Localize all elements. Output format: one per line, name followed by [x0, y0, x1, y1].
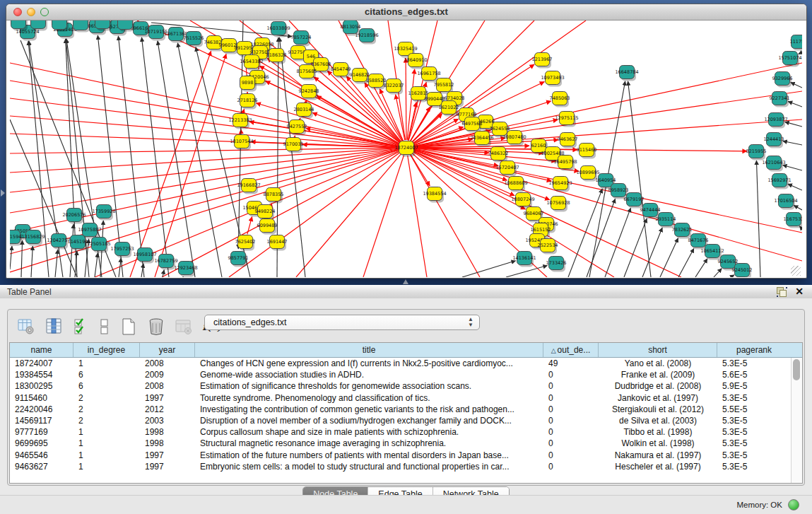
graph-canvas[interactable]: 1872400714055724206914061065326715276026…	[10, 21, 802, 277]
graph-node[interactable]: 7486322	[488, 147, 509, 163]
graph-node[interactable]: 9498224	[255, 205, 276, 221]
graph-edge[interactable]	[10, 134, 399, 148]
column-header-name[interactable]: name	[10, 343, 73, 357]
clear-selection-icon[interactable]	[99, 317, 110, 337]
column-header-pagerank[interactable]: pagerank	[717, 343, 791, 357]
graph-edge[interactable]	[791, 82, 802, 88]
graph-node[interactable]: 17957253	[110, 243, 134, 258]
graph-node[interactable]: 17016504	[774, 194, 797, 210]
graph-node[interactable]: 17359928	[92, 205, 115, 221]
graph-node[interactable]: 10688609	[504, 177, 527, 192]
column-header-title[interactable]: title	[195, 343, 543, 357]
graph-node[interactable]: 1213967	[532, 53, 553, 69]
graph-node[interactable]	[11, 21, 28, 31]
graph-edge[interactable]	[756, 160, 760, 277]
graph-edge[interactable]	[162, 151, 399, 277]
graph-node[interactable]: 8454749	[331, 63, 351, 78]
graph-edge[interactable]	[306, 100, 307, 103]
graph-node[interactable]: 8322037	[384, 79, 404, 95]
column-header-in_degree[interactable]: in_degree	[73, 343, 140, 357]
graph-node[interactable]: 9463627	[558, 133, 578, 148]
graph-node[interactable]: 9857791	[228, 252, 249, 267]
graph-edge[interactable]	[731, 275, 734, 277]
graph-edge[interactable]	[411, 154, 430, 186]
table-row[interactable]: 1938455462009Genome-wide association stu…	[10, 369, 791, 380]
graph-node[interactable]: 12093877	[764, 113, 787, 129]
graph-edge[interactable]	[794, 205, 802, 210]
graph-node[interactable]: 7485063	[550, 92, 570, 107]
graph-node[interactable]: 14136141	[512, 252, 536, 267]
graph-edge[interactable]	[247, 217, 252, 235]
window-resize-grip[interactable]	[791, 266, 801, 276]
graph-node[interactable]: 18107544	[230, 135, 253, 151]
graph-node[interactable]: 9329966	[772, 72, 793, 88]
graph-node[interactable]: 9898	[240, 76, 257, 92]
graph-node[interactable]: 9245012	[732, 264, 753, 278]
graph-edge[interactable]	[628, 81, 651, 277]
graph-node[interactable]: 10756928	[546, 197, 570, 212]
graph-edge[interactable]	[783, 165, 802, 170]
graph-edge[interactable]	[783, 141, 802, 145]
graph-edge[interactable]	[414, 150, 802, 261]
graph-node[interactable]: 9115460	[577, 144, 597, 159]
graph-edge[interactable]	[118, 36, 144, 277]
column-header-out_de[interactable]: △out_de...	[543, 343, 599, 357]
graph-node[interactable]: 6679197	[624, 193, 645, 209]
graph-node[interactable]: 18807249	[511, 193, 534, 209]
graph-node[interactable]: 1733426	[546, 257, 567, 272]
graph-edge[interactable]	[10, 116, 399, 147]
graph-node[interactable]: 2718126	[237, 94, 258, 110]
graph-node[interactable]: 391594	[10, 230, 22, 246]
graph-node[interactable]: 6099489	[257, 219, 278, 235]
column-header-short[interactable]: short	[599, 343, 717, 357]
graph-node[interactable]: 9170031	[283, 138, 304, 153]
window-titlebar[interactable]: citations_edges.txt	[6, 4, 806, 21]
table-row[interactable]: 1830029562008Estimation of significance …	[10, 380, 791, 392]
graph-edge[interactable]	[624, 218, 647, 277]
graph-edge[interactable]	[785, 122, 802, 127]
graph-edge[interactable]	[243, 109, 245, 112]
table-row[interactable]: 1456911722003Disruption of a novel membe…	[10, 415, 791, 426]
network-window[interactable]: citations_edges.txt 18724007140557242069…	[6, 4, 807, 279]
graph-edge[interactable]	[10, 246, 12, 269]
graph-edge[interactable]	[300, 118, 300, 119]
graph-edge[interactable]	[119, 258, 121, 277]
table-row[interactable]: 1872400712008Changes of HCN gene express…	[10, 358, 791, 369]
graph-node[interactable]: 12213383	[228, 114, 252, 129]
delete-table-icon[interactable]	[146, 317, 165, 337]
graph-edge[interactable]	[462, 261, 516, 277]
graph-node[interactable]: 9227341	[770, 92, 790, 107]
graph-edge[interactable]	[296, 153, 401, 277]
graph-node[interactable]: 8215955	[746, 145, 767, 160]
graph-edge[interactable]	[406, 58, 406, 140]
graph-node[interactable]: 15751074	[778, 52, 801, 67]
graph-edge[interactable]	[714, 269, 722, 277]
graph-edge[interactable]	[31, 246, 33, 277]
splitter-handle-icon[interactable]	[403, 279, 408, 284]
graph-node[interactable]: 12975115	[555, 112, 578, 127]
graph-node[interactable]	[95, 21, 112, 31]
graph-node[interactable]: 8175685	[297, 65, 317, 81]
graph-node[interactable]: 16648784	[615, 66, 638, 81]
graph-node[interactable]: 2522534	[538, 239, 558, 255]
graph-node[interactable]: 7857224	[291, 31, 312, 47]
graph-node[interactable]: 6497568	[462, 117, 483, 133]
graph-node[interactable]: 15692971	[767, 174, 791, 189]
graph-edge[interactable]	[788, 184, 802, 190]
graph-node[interactable]: 7832621	[672, 223, 693, 239]
table-row[interactable]: 977716911998Corpus callosum shape and si…	[10, 426, 791, 438]
table-row[interactable]: 946554611997Estimation of the future num…	[10, 450, 791, 461]
close-panel-icon[interactable]: ✕	[795, 286, 804, 296]
table-source-dropdown[interactable]: citations_edges.txt ▲▼	[204, 315, 480, 330]
graph-node[interactable]: 12505185	[87, 238, 110, 253]
graph-edge[interactable]	[642, 228, 662, 277]
new-table-icon[interactable]	[119, 317, 138, 337]
graph-edge[interactable]	[788, 102, 802, 107]
graph-edge[interactable]	[587, 199, 616, 277]
graph-edge[interactable]	[408, 156, 427, 277]
float-panel-icon[interactable]	[777, 287, 787, 296]
graph-node[interactable]: 1145194	[68, 235, 88, 251]
graph-edge[interactable]	[21, 240, 23, 277]
graph-node[interactable]	[118, 21, 135, 32]
graph-node[interactable]: 8186328	[266, 49, 287, 64]
